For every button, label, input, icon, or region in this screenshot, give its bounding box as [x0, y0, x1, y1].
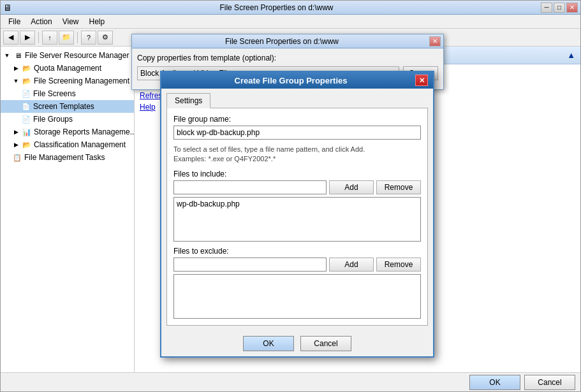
copy-from-label: Copy properties from template (optional)…	[137, 54, 276, 62]
fg-ok-button[interactable]: OK	[243, 336, 294, 351]
file-pattern-hint: To select a set of files, type a file na…	[173, 145, 421, 164]
fg-dialog-buttons: OK Cancel	[161, 331, 433, 356]
add-exclude-button[interactable]: Add	[329, 258, 374, 272]
create-fg-close-button[interactable]: ✕	[415, 75, 428, 86]
copy-template-row: Copy properties from template (optional)…	[137, 54, 438, 62]
include-input-row: Add Remove	[173, 180, 421, 194]
file-group-name-input[interactable]	[173, 126, 421, 140]
list-item: wp-db-backup.php	[177, 199, 418, 209]
remove-include-button[interactable]: Remove	[376, 180, 421, 194]
file-group-name-label: File group name:	[173, 115, 421, 124]
dialog-overlay: File Screen Properties on d:\www ✕ Copy …	[1, 1, 580, 391]
create-fg-title-bar: Create File Group Properties ✕	[161, 72, 433, 89]
files-to-exclude-label: Files to exclude:	[173, 247, 421, 256]
exclude-input-row: Add Remove	[173, 258, 421, 272]
fg-tab-content: File group name: To select a set of file…	[166, 108, 428, 326]
file-screen-close-button[interactable]: ✕	[429, 36, 441, 47]
add-include-button[interactable]: Add	[329, 180, 374, 194]
tab-bar: Settings	[161, 89, 433, 108]
create-file-group-dialog: Create File Group Properties ✕ Settings …	[160, 71, 434, 358]
exclude-file-input[interactable]	[173, 258, 327, 272]
remove-exclude-button[interactable]: Remove	[376, 258, 421, 272]
include-file-input[interactable]	[173, 180, 327, 194]
file-screen-dialog-title: File Screen Properties on d:\www	[135, 37, 429, 46]
files-to-include-label: Files to include:	[173, 170, 421, 178]
tab-settings[interactable]: Settings	[166, 93, 210, 108]
include-files-list[interactable]: wp-db-backup.php	[173, 197, 421, 242]
exclude-files-list[interactable]	[173, 274, 421, 319]
create-fg-dialog-title: Create File Group Properties	[166, 76, 415, 85]
file-screen-dialog-title-bar: File Screen Properties on d:\www ✕	[132, 34, 443, 48]
fg-cancel-button[interactable]: Cancel	[300, 336, 351, 351]
main-window: 🖥 File Screen Properties on d:\www ─ □ ✕…	[0, 0, 581, 392]
